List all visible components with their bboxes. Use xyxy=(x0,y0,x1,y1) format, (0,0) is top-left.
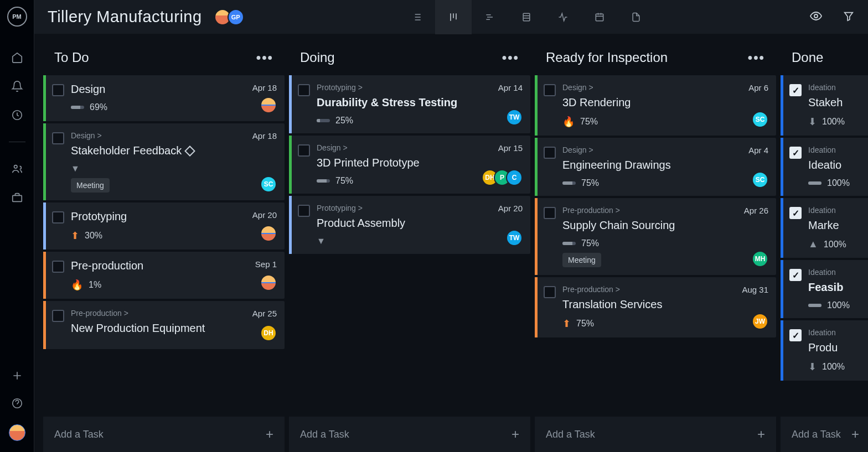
card-parent-path: Design > xyxy=(562,146,742,154)
task-checkbox[interactable] xyxy=(544,147,556,159)
task-checkbox[interactable] xyxy=(789,269,802,281)
card-due-date: Apr 14 xyxy=(498,83,523,92)
card-tag[interactable]: Meeting xyxy=(562,253,601,267)
task-card[interactable]: Ideation Produ ⬇ 100% xyxy=(781,320,868,381)
assignee-avatar[interactable]: MH xyxy=(752,251,768,267)
assignee-avatar[interactable]: TW xyxy=(506,109,523,126)
assignee-avatar[interactable]: SC xyxy=(752,172,768,188)
task-checkbox[interactable] xyxy=(298,205,310,217)
list-view-tab[interactable] xyxy=(399,0,435,34)
expand-toggle[interactable]: ▼ xyxy=(317,236,492,246)
home-icon[interactable] xyxy=(11,51,24,64)
task-card[interactable]: Pre-production 🔥 1% Sep 1 xyxy=(43,252,285,299)
task-card[interactable]: Prototyping > Durability & Stress Testin… xyxy=(289,75,530,133)
assignee-avatar[interactable]: DH xyxy=(260,325,277,341)
board-view-tab[interactable] xyxy=(435,0,472,34)
card-parent-path: Ideation xyxy=(808,268,862,277)
add-task-button[interactable]: Add a Task+ xyxy=(289,417,530,452)
gantt-view-tab[interactable] xyxy=(472,0,508,34)
task-card[interactable]: Design > 3D Printed Prototype 75% Apr 15… xyxy=(289,136,530,194)
task-checkbox[interactable] xyxy=(52,261,64,273)
task-card[interactable]: Ideation Stakeh ⬇ 100% xyxy=(781,75,868,136)
column-menu-button[interactable]: ••• xyxy=(502,50,519,65)
clock-icon[interactable] xyxy=(11,108,24,122)
task-card[interactable]: Ideation Marke ▲ 100% xyxy=(781,198,868,258)
add-task-button[interactable]: Add a Task+ xyxy=(781,417,868,452)
help-icon[interactable] xyxy=(11,397,24,410)
task-card[interactable]: Ideation Ideatio 100% xyxy=(781,138,868,196)
progress-bar xyxy=(71,106,84,109)
card-due-date: Sep 1 xyxy=(255,259,277,269)
task-checkbox[interactable] xyxy=(298,84,310,96)
sheet-view-tab[interactable] xyxy=(508,0,545,34)
assignee-avatar[interactable] xyxy=(260,225,277,242)
board-column: Ready for Inspection ••• Design > 3D Ren… xyxy=(533,42,778,452)
task-card[interactable]: Design > Stakeholder Feedback ▼ Meeting … xyxy=(43,123,285,200)
task-checkbox[interactable] xyxy=(298,144,310,157)
svg-rect-4 xyxy=(523,13,530,20)
briefcase-icon[interactable] xyxy=(11,191,24,204)
task-card[interactable]: Pre-production > Translation Services ⬆ … xyxy=(535,277,776,337)
task-checkbox[interactable] xyxy=(789,329,802,341)
task-checkbox[interactable] xyxy=(789,207,802,219)
card-due-date: Apr 20 xyxy=(252,210,277,220)
team-icon[interactable] xyxy=(11,162,24,175)
user-avatar[interactable] xyxy=(9,424,25,441)
task-checkbox[interactable] xyxy=(789,147,802,159)
task-card[interactable]: Prototyping > Product Assembly ▼ Apr 20 … xyxy=(289,196,530,254)
task-card[interactable]: Ideation Feasib 100% xyxy=(781,260,868,318)
card-title: Ideatio xyxy=(808,159,862,172)
task-checkbox[interactable] xyxy=(544,286,556,298)
sidebar-nav: PM xyxy=(0,0,34,452)
calendar-view-tab[interactable] xyxy=(581,0,618,34)
milestone-icon xyxy=(184,146,195,157)
card-parent-path: Design > xyxy=(317,143,475,152)
assignee-avatar[interactable]: TW xyxy=(506,230,523,246)
activity-view-tab[interactable] xyxy=(545,0,581,34)
task-checkbox[interactable] xyxy=(52,211,64,224)
task-checkbox[interactable] xyxy=(52,84,64,96)
task-card[interactable]: Design > Engineering Drawings 75% Apr 4 … xyxy=(535,138,776,196)
expand-toggle[interactable]: ▼ xyxy=(71,164,246,174)
add-icon[interactable] xyxy=(11,369,24,382)
card-parent-path: Ideation xyxy=(808,83,862,92)
task-card[interactable]: Pre-production > Supply Chain Sourcing 7… xyxy=(535,198,776,275)
task-card[interactable]: Design 69% Apr 18 xyxy=(43,75,285,121)
task-checkbox[interactable] xyxy=(52,310,64,322)
task-checkbox[interactable] xyxy=(544,207,556,219)
app-logo[interactable]: PM xyxy=(7,7,27,27)
progress-percent: 75% xyxy=(581,238,599,248)
project-members[interactable]: GP xyxy=(218,9,244,25)
column-menu-button[interactable]: ••• xyxy=(256,50,273,65)
assignee-avatar[interactable]: C xyxy=(506,169,523,186)
assignee-avatar[interactable]: SC xyxy=(752,111,768,128)
add-task-button[interactable]: Add a Task+ xyxy=(535,417,776,452)
task-card[interactable]: Pre-production > New Production Equipmen… xyxy=(43,301,285,349)
card-title: Design xyxy=(71,83,246,96)
progress-bar xyxy=(562,242,576,245)
column-menu-button[interactable]: ••• xyxy=(748,50,765,65)
filter-icon[interactable] xyxy=(843,10,855,24)
add-task-button[interactable]: Add a Task+ xyxy=(43,417,285,452)
board-column: To Do ••• Design 69% Apr 18 xyxy=(41,42,287,452)
assignee-avatar[interactable] xyxy=(260,274,277,291)
visibility-icon[interactable] xyxy=(809,9,823,25)
assignee-avatar[interactable] xyxy=(260,97,277,113)
assignee-avatar[interactable]: SC xyxy=(260,176,277,193)
task-checkbox[interactable] xyxy=(789,84,802,96)
card-tag[interactable]: Meeting xyxy=(71,178,110,193)
file-view-tab[interactable] xyxy=(618,0,654,34)
plus-icon: + xyxy=(851,427,859,442)
task-checkbox[interactable] xyxy=(544,84,556,96)
progress-percent: 75% xyxy=(335,176,353,186)
task-card[interactable]: Design > 3D Rendering 🔥 75% Apr 6 SC xyxy=(535,75,776,136)
bell-icon[interactable] xyxy=(11,80,24,93)
column-title: To Do xyxy=(54,50,89,65)
task-card[interactable]: Prototyping ⬆ 30% Apr 20 xyxy=(43,202,285,250)
task-checkbox[interactable] xyxy=(52,132,64,144)
progress-bar xyxy=(808,304,822,307)
assignee-avatar[interactable]: JW xyxy=(752,313,768,330)
progress-percent: 75% xyxy=(576,319,594,329)
priority-down-icon: ⬇ xyxy=(808,361,817,373)
card-title: Stakeholder Feedback xyxy=(71,144,246,157)
